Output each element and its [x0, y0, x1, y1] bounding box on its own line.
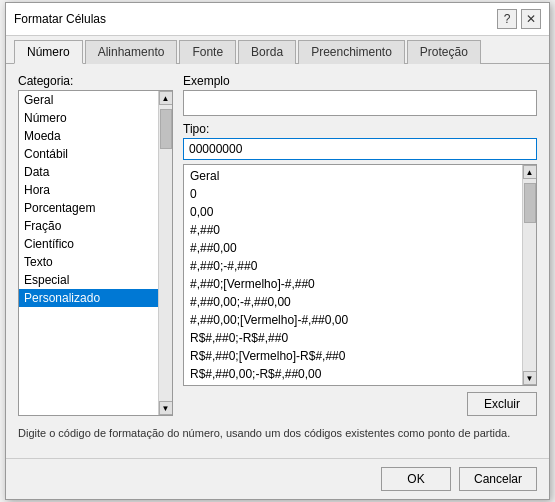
list-item[interactable]: Geral	[19, 91, 158, 109]
categoria-scroll-track	[159, 105, 173, 401]
tab-preenchimento[interactable]: Preenchimento	[298, 40, 405, 64]
categoria-scroll-up[interactable]: ▲	[159, 91, 173, 105]
tipo-item[interactable]: #,##0;[Vermelho]-#,##0	[184, 275, 522, 293]
tab-numero[interactable]: Número	[14, 40, 83, 64]
exemplo-label: Exemplo	[183, 74, 537, 88]
list-item[interactable]: Fração	[19, 217, 158, 235]
tipo-list-container: Geral00,00#,##0#,##0,00#,##0;-#,##0#,##0…	[183, 164, 537, 386]
bottom-note: Digite o código de formatação do número,…	[18, 422, 537, 447]
tab-alinhamento[interactable]: Alinhamento	[85, 40, 178, 64]
tipo-item[interactable]: R$#,##0,00;-R$#,##0,00	[184, 365, 522, 383]
ok-button[interactable]: OK	[381, 467, 451, 491]
cancel-button[interactable]: Cancelar	[459, 467, 537, 491]
tipo-item[interactable]: 0	[184, 185, 522, 203]
list-item[interactable]: Especial	[19, 271, 158, 289]
tipo-list[interactable]: Geral00,00#,##0#,##0,00#,##0;-#,##0#,##0…	[184, 165, 522, 385]
list-item[interactable]: Hora	[19, 181, 158, 199]
tipo-scroll-up[interactable]: ▲	[523, 165, 537, 179]
tipo-item[interactable]: #,##0,00	[184, 239, 522, 257]
title-bar-buttons: ? ✕	[497, 9, 541, 29]
tab-bar: Número Alinhamento Fonte Borda Preenchim…	[6, 36, 549, 64]
close-button[interactable]: ✕	[521, 9, 541, 29]
list-item[interactable]: Personalizado	[19, 289, 158, 307]
dialog-title: Formatar Células	[14, 12, 106, 26]
exemplo-value	[183, 90, 537, 116]
tipo-item[interactable]: #,##0;-#,##0	[184, 257, 522, 275]
tipo-item[interactable]: #,##0	[184, 221, 522, 239]
categoria-label: Categoria:	[18, 74, 173, 88]
tab-fonte[interactable]: Fonte	[179, 40, 236, 64]
tab-borda[interactable]: Borda	[238, 40, 296, 64]
tipo-scroll-track	[523, 179, 537, 371]
dialog-footer: OK Cancelar	[6, 458, 549, 499]
categoria-list[interactable]: GeralNúmeroMoedaContábilDataHoraPorcenta…	[19, 91, 158, 415]
exemplo-section: Exemplo	[183, 74, 537, 116]
tipo-item[interactable]: #,##0,00;[Vermelho]-#,##0,00	[184, 311, 522, 329]
categoria-scroll-thumb[interactable]	[160, 109, 172, 149]
format-cells-dialog: Formatar Células ? ✕ Número Alinhamento …	[5, 2, 550, 499]
list-item[interactable]: Moeda	[19, 127, 158, 145]
list-item[interactable]: Número	[19, 109, 158, 127]
categoria-scroll-down[interactable]: ▼	[159, 401, 173, 415]
tipo-scrollbar[interactable]: ▲ ▼	[522, 165, 536, 385]
tipo-scroll-thumb[interactable]	[524, 183, 536, 223]
list-item[interactable]: Texto	[19, 253, 158, 271]
categoria-scrollbar[interactable]: ▲ ▼	[158, 91, 172, 415]
list-item[interactable]: Data	[19, 163, 158, 181]
tipo-item[interactable]: Geral	[184, 167, 522, 185]
excluir-row: Excluir	[183, 392, 537, 416]
tipo-item[interactable]: R$#,##0;-R$#,##0	[184, 329, 522, 347]
tipo-input[interactable]	[183, 138, 537, 160]
list-item[interactable]: Científico	[19, 235, 158, 253]
tipo-item[interactable]: 0,00	[184, 203, 522, 221]
categoria-list-container: GeralNúmeroMoedaContábilDataHoraPorcenta…	[18, 90, 173, 416]
title-bar: Formatar Células ? ✕	[6, 3, 549, 36]
right-column: Exemplo Tipo: Geral00,00#,##0#,##0,00#,#…	[183, 74, 537, 416]
tab-protecao[interactable]: Proteção	[407, 40, 481, 64]
tipo-scroll-down[interactable]: ▼	[523, 371, 537, 385]
main-columns: Categoria: GeralNúmeroMoedaContábilDataH…	[18, 74, 537, 416]
list-item[interactable]: Porcentagem	[19, 199, 158, 217]
excluir-button[interactable]: Excluir	[467, 392, 537, 416]
help-button[interactable]: ?	[497, 9, 517, 29]
dialog-content: Categoria: GeralNúmeroMoedaContábilDataH…	[6, 64, 549, 457]
tipo-section: Tipo: Geral00,00#,##0#,##0,00#,##0;-#,##…	[183, 122, 537, 386]
tipo-item[interactable]: R$#,##0;[Vermelho]-R$#,##0	[184, 347, 522, 365]
tipo-label: Tipo:	[183, 122, 537, 136]
list-item[interactable]: Contábil	[19, 145, 158, 163]
tipo-item[interactable]: #,##0,00;-#,##0,00	[184, 293, 522, 311]
categoria-column: Categoria: GeralNúmeroMoedaContábilDataH…	[18, 74, 173, 416]
